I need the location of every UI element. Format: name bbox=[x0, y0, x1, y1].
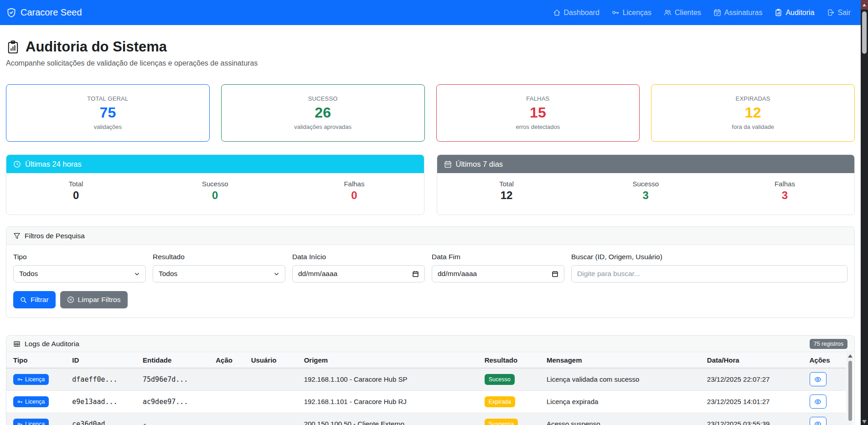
nav-item-clientes[interactable]: Clientes bbox=[664, 9, 701, 17]
scroll-down-arrow-icon[interactable] bbox=[862, 420, 867, 424]
scroll-up-arrow-icon[interactable] bbox=[848, 354, 852, 358]
nav-item-assinaturas[interactable]: Assinaturas bbox=[713, 9, 763, 17]
cell-origem: 192.168.1.101 - Caracore Hub RJ bbox=[300, 390, 481, 413]
stats-row: TOTAL GERAL 75 validações SUCESSO 26 val… bbox=[6, 84, 855, 142]
key-icon bbox=[612, 9, 620, 16]
metric-label: Falhas bbox=[715, 180, 854, 188]
nav-item-sair[interactable]: Sair bbox=[827, 9, 851, 17]
key-icon bbox=[17, 421, 23, 425]
table-scrollbar[interactable] bbox=[847, 353, 853, 425]
date-placeholder: dd/mm/aaaa bbox=[298, 270, 337, 278]
resultado-select[interactable]: Todos bbox=[153, 265, 285, 282]
scroll-up-button[interactable] bbox=[861, 0, 868, 10]
date-placeholder: dd/mm/aaaa bbox=[438, 270, 477, 278]
brand-label: Caracore Seed bbox=[21, 7, 82, 18]
page-scrollbar-thumb[interactable] bbox=[862, 11, 867, 54]
resultado-badge: Expirada bbox=[485, 396, 515, 407]
key-icon bbox=[17, 377, 23, 382]
tipo-badge: Licença bbox=[13, 396, 49, 407]
cell-origem: 192.168.1.100 - Caracore Hub SP bbox=[300, 368, 481, 390]
metric-value: 3 bbox=[715, 189, 854, 202]
page-title: Auditoria do Sistema bbox=[26, 39, 167, 55]
calendar-icon[interactable] bbox=[412, 271, 419, 277]
limpar-filtros-button[interactable]: Limpar Filtros bbox=[60, 291, 128, 308]
stat-sublabel: erros detectados bbox=[437, 123, 640, 130]
logs-title: Logs de Auditoria bbox=[25, 340, 79, 348]
metric-value: 0 bbox=[284, 189, 424, 202]
table-scrollbar-thumb[interactable] bbox=[848, 361, 852, 421]
button-label: Filtrar bbox=[31, 296, 49, 304]
logs-table: Tipo ID Entidade Ação Usuário Origem Res… bbox=[6, 352, 846, 425]
metric-total: Total 0 bbox=[6, 180, 145, 215]
stat-sublabel: validações aprovadas bbox=[222, 123, 424, 130]
cell-entidade: 75d96e7d... bbox=[139, 368, 212, 390]
top-navbar: Caracore Seed Dashboard Licenças Cliente… bbox=[0, 0, 868, 25]
data-inicio-input[interactable]: dd/mm/aaaa bbox=[292, 265, 425, 282]
stat-value: 12 bbox=[651, 104, 854, 121]
panel-ultimos-7-dias: Últimos 7 dias Total 12 Sucesso 3 Falhas… bbox=[437, 154, 855, 215]
filters-card: Filtros de Pesquisa Tipo Todos Resultado… bbox=[6, 226, 855, 318]
shield-check-icon bbox=[6, 8, 16, 18]
stat-label: EXPIRADAS bbox=[651, 95, 854, 102]
cell-id: dfaeff0e... bbox=[68, 368, 139, 390]
view-details-button[interactable] bbox=[810, 394, 827, 409]
cell-origem: 200.150.100.50 - Cliente Externo bbox=[300, 413, 481, 425]
filters-header: Filtros de Pesquisa bbox=[6, 227, 854, 245]
nav-label: Clientes bbox=[675, 9, 701, 17]
search-input[interactable] bbox=[571, 265, 847, 282]
panel-header: Últimas 24 horas bbox=[6, 155, 424, 173]
filtrar-button[interactable]: Filtrar bbox=[13, 291, 56, 308]
field-label: Data Início bbox=[292, 253, 425, 261]
nav-label: Licenças bbox=[623, 9, 651, 17]
select-value: Todos bbox=[19, 270, 38, 278]
stat-sublabel: fora da validade bbox=[651, 123, 854, 130]
cell-usuario bbox=[248, 368, 300, 390]
cell-mensagem: Acesso suspenso bbox=[543, 413, 703, 425]
col-tipo: Tipo bbox=[6, 352, 68, 368]
stat-sublabel: validações bbox=[6, 123, 209, 130]
cell-datahora: 23/12/2025 03:55:39 bbox=[703, 413, 806, 425]
stat-label: SUCESSO bbox=[222, 95, 424, 102]
tipo-badge-label: Licença bbox=[25, 399, 45, 405]
metric-value: 12 bbox=[437, 189, 576, 202]
cell-id: e9e13aad... bbox=[68, 390, 139, 413]
nav-label: Sair bbox=[838, 9, 851, 17]
brand[interactable]: Caracore Seed bbox=[6, 7, 82, 18]
cell-datahora: 23/12/2025 22:07:27 bbox=[703, 368, 806, 390]
metric-value: 3 bbox=[576, 189, 715, 202]
col-entidade: Entidade bbox=[139, 352, 212, 368]
calendar-icon[interactable] bbox=[552, 271, 558, 277]
nav-item-dashboard[interactable]: Dashboard bbox=[553, 9, 599, 17]
people-icon bbox=[664, 9, 672, 16]
panel-ultimas-24-horas: Últimas 24 horas Total 0 Sucesso 0 Falha… bbox=[6, 154, 424, 215]
panel-header: Últimos 7 dias bbox=[437, 155, 855, 173]
tipo-select[interactable]: Todos bbox=[13, 265, 146, 282]
metric-falhas: Falhas 0 bbox=[284, 180, 424, 215]
stat-card-expiradas: EXPIRADAS 12 fora da validade bbox=[651, 84, 855, 142]
cell-usuario bbox=[248, 413, 300, 425]
col-acao: Ação bbox=[212, 352, 247, 368]
view-details-button[interactable] bbox=[810, 417, 827, 425]
metric-label: Sucesso bbox=[145, 180, 284, 188]
eye-icon bbox=[814, 420, 822, 425]
col-id: ID bbox=[68, 352, 139, 368]
table-row: Licença e9e13aad... ac9dee97... 192.168.… bbox=[6, 390, 846, 413]
clipboard-data-icon bbox=[775, 9, 782, 16]
tipo-badge-label: Licença bbox=[25, 376, 45, 383]
main-nav: Dashboard Licenças Clientes Assinaturas … bbox=[553, 9, 851, 17]
stat-card-total-geral: TOTAL GERAL 75 validações bbox=[6, 84, 210, 142]
select-value: Todos bbox=[159, 270, 177, 278]
view-details-button[interactable] bbox=[810, 372, 827, 386]
cell-acao bbox=[212, 413, 247, 425]
page-scrollbar[interactable] bbox=[861, 0, 868, 425]
stat-value: 15 bbox=[437, 104, 640, 121]
nav-item-auditoria[interactable]: Auditoria bbox=[775, 9, 814, 17]
calendar-week-icon bbox=[444, 160, 452, 168]
metric-label: Total bbox=[437, 180, 576, 188]
data-fim-input[interactable]: dd/mm/aaaa bbox=[432, 265, 564, 282]
stat-label: TOTAL GERAL bbox=[6, 95, 209, 102]
chevron-down-icon bbox=[274, 271, 279, 277]
field-label: Buscar (ID, Origem, Usuário) bbox=[571, 253, 847, 261]
field-resultado: Resultado Todos bbox=[153, 253, 285, 282]
nav-item-licencas[interactable]: Licenças bbox=[612, 9, 651, 17]
